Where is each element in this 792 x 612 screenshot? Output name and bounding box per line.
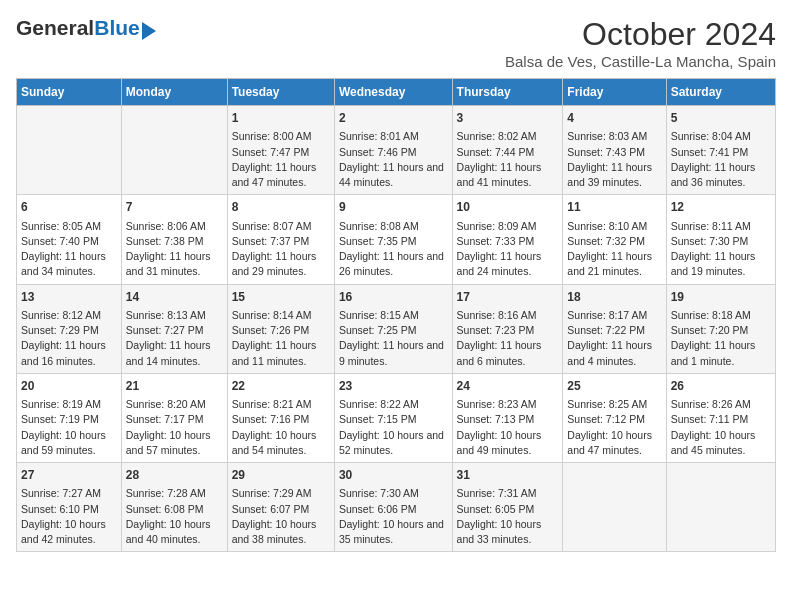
calendar-cell: 18Sunrise: 8:17 AMSunset: 7:22 PMDayligh…: [563, 284, 666, 373]
calendar-cell: [563, 463, 666, 552]
day-info-text: Sunset: 7:19 PM: [21, 412, 117, 427]
day-number: 14: [126, 289, 223, 306]
col-header-sunday: Sunday: [17, 79, 122, 106]
day-number: 19: [671, 289, 771, 306]
calendar-cell: 15Sunrise: 8:14 AMSunset: 7:26 PMDayligh…: [227, 284, 334, 373]
day-number: 8: [232, 199, 330, 216]
day-info-text: Daylight: 11 hours and 16 minutes.: [21, 338, 117, 368]
day-info-text: Sunrise: 8:03 AM: [567, 129, 661, 144]
day-number: 16: [339, 289, 448, 306]
title-block: October 2024 Balsa de Ves, Castille-La M…: [505, 16, 776, 70]
day-number: 12: [671, 199, 771, 216]
day-info-text: Sunset: 7:15 PM: [339, 412, 448, 427]
day-number: 29: [232, 467, 330, 484]
calendar-cell: 5Sunrise: 8:04 AMSunset: 7:41 PMDaylight…: [666, 106, 775, 195]
logo-arrow-icon: [142, 22, 156, 40]
day-info-text: Sunset: 7:46 PM: [339, 145, 448, 160]
calendar-cell: [666, 463, 775, 552]
calendar-table: SundayMondayTuesdayWednesdayThursdayFrid…: [16, 78, 776, 552]
day-number: 30: [339, 467, 448, 484]
day-info-text: Sunset: 7:47 PM: [232, 145, 330, 160]
day-info-text: Sunrise: 7:27 AM: [21, 486, 117, 501]
calendar-title: October 2024: [505, 16, 776, 53]
calendar-cell: 20Sunrise: 8:19 AMSunset: 7:19 PMDayligh…: [17, 373, 122, 462]
day-info-text: Sunset: 6:07 PM: [232, 502, 330, 517]
day-info-text: Sunrise: 8:13 AM: [126, 308, 223, 323]
header-row: SundayMondayTuesdayWednesdayThursdayFrid…: [17, 79, 776, 106]
day-info-text: Sunrise: 8:19 AM: [21, 397, 117, 412]
day-info-text: Daylight: 11 hours and 29 minutes.: [232, 249, 330, 279]
day-info-text: Sunset: 6:10 PM: [21, 502, 117, 517]
page-header: GeneralBlue October 2024 Balsa de Ves, C…: [16, 16, 776, 70]
day-number: 15: [232, 289, 330, 306]
day-info-text: Daylight: 11 hours and 11 minutes.: [232, 338, 330, 368]
day-number: 20: [21, 378, 117, 395]
day-number: 2: [339, 110, 448, 127]
day-info-text: Daylight: 11 hours and 26 minutes.: [339, 249, 448, 279]
day-info-text: Daylight: 10 hours and 33 minutes.: [457, 517, 559, 547]
day-info-text: Sunset: 7:12 PM: [567, 412, 661, 427]
day-info-text: Sunset: 7:33 PM: [457, 234, 559, 249]
day-number: 4: [567, 110, 661, 127]
day-info-text: Sunrise: 8:14 AM: [232, 308, 330, 323]
day-number: 7: [126, 199, 223, 216]
day-info-text: Sunrise: 8:25 AM: [567, 397, 661, 412]
calendar-cell: 27Sunrise: 7:27 AMSunset: 6:10 PMDayligh…: [17, 463, 122, 552]
calendar-cell: 10Sunrise: 8:09 AMSunset: 7:33 PMDayligh…: [452, 195, 563, 284]
day-info-text: Sunrise: 8:07 AM: [232, 219, 330, 234]
calendar-cell: 28Sunrise: 7:28 AMSunset: 6:08 PMDayligh…: [121, 463, 227, 552]
day-number: 22: [232, 378, 330, 395]
calendar-cell: 21Sunrise: 8:20 AMSunset: 7:17 PMDayligh…: [121, 373, 227, 462]
day-info-text: Daylight: 11 hours and 4 minutes.: [567, 338, 661, 368]
day-info-text: Sunrise: 8:18 AM: [671, 308, 771, 323]
calendar-subtitle: Balsa de Ves, Castille-La Mancha, Spain: [505, 53, 776, 70]
day-info-text: Sunset: 7:38 PM: [126, 234, 223, 249]
calendar-week-row: 13Sunrise: 8:12 AMSunset: 7:29 PMDayligh…: [17, 284, 776, 373]
day-info-text: Daylight: 10 hours and 45 minutes.: [671, 428, 771, 458]
day-number: 28: [126, 467, 223, 484]
day-info-text: Sunset: 7:37 PM: [232, 234, 330, 249]
day-info-text: Daylight: 10 hours and 49 minutes.: [457, 428, 559, 458]
day-info-text: Sunset: 7:17 PM: [126, 412, 223, 427]
day-info-text: Daylight: 11 hours and 6 minutes.: [457, 338, 559, 368]
day-info-text: Daylight: 10 hours and 59 minutes.: [21, 428, 117, 458]
calendar-body: 1Sunrise: 8:00 AMSunset: 7:47 PMDaylight…: [17, 106, 776, 552]
day-number: 5: [671, 110, 771, 127]
day-info-text: Sunrise: 8:04 AM: [671, 129, 771, 144]
day-number: 17: [457, 289, 559, 306]
logo: GeneralBlue: [16, 16, 156, 40]
col-header-tuesday: Tuesday: [227, 79, 334, 106]
day-info-text: Sunrise: 8:16 AM: [457, 308, 559, 323]
calendar-cell: 11Sunrise: 8:10 AMSunset: 7:32 PMDayligh…: [563, 195, 666, 284]
col-header-wednesday: Wednesday: [334, 79, 452, 106]
logo-blue-text: Blue: [94, 16, 140, 39]
day-info-text: Sunrise: 8:09 AM: [457, 219, 559, 234]
day-info-text: Sunset: 6:08 PM: [126, 502, 223, 517]
day-info-text: Sunset: 6:05 PM: [457, 502, 559, 517]
day-info-text: Daylight: 10 hours and 35 minutes.: [339, 517, 448, 547]
calendar-cell: 12Sunrise: 8:11 AMSunset: 7:30 PMDayligh…: [666, 195, 775, 284]
day-number: 31: [457, 467, 559, 484]
day-number: 3: [457, 110, 559, 127]
day-info-text: Daylight: 11 hours and 39 minutes.: [567, 160, 661, 190]
calendar-cell: 1Sunrise: 8:00 AMSunset: 7:47 PMDaylight…: [227, 106, 334, 195]
calendar-cell: [121, 106, 227, 195]
calendar-cell: 23Sunrise: 8:22 AMSunset: 7:15 PMDayligh…: [334, 373, 452, 462]
day-info-text: Sunset: 7:23 PM: [457, 323, 559, 338]
day-info-text: Sunset: 7:13 PM: [457, 412, 559, 427]
day-info-text: Sunset: 7:30 PM: [671, 234, 771, 249]
day-info-text: Sunrise: 8:00 AM: [232, 129, 330, 144]
day-number: 9: [339, 199, 448, 216]
day-info-text: Sunrise: 8:01 AM: [339, 129, 448, 144]
day-info-text: Sunset: 7:40 PM: [21, 234, 117, 249]
calendar-cell: 2Sunrise: 8:01 AMSunset: 7:46 PMDaylight…: [334, 106, 452, 195]
day-info-text: Daylight: 11 hours and 41 minutes.: [457, 160, 559, 190]
day-info-text: Sunset: 7:27 PM: [126, 323, 223, 338]
day-info-text: Sunset: 7:35 PM: [339, 234, 448, 249]
calendar-cell: 29Sunrise: 7:29 AMSunset: 6:07 PMDayligh…: [227, 463, 334, 552]
calendar-cell: 4Sunrise: 8:03 AMSunset: 7:43 PMDaylight…: [563, 106, 666, 195]
day-number: 10: [457, 199, 559, 216]
calendar-cell: 19Sunrise: 8:18 AMSunset: 7:20 PMDayligh…: [666, 284, 775, 373]
calendar-cell: 30Sunrise: 7:30 AMSunset: 6:06 PMDayligh…: [334, 463, 452, 552]
day-info-text: Sunrise: 8:11 AM: [671, 219, 771, 234]
